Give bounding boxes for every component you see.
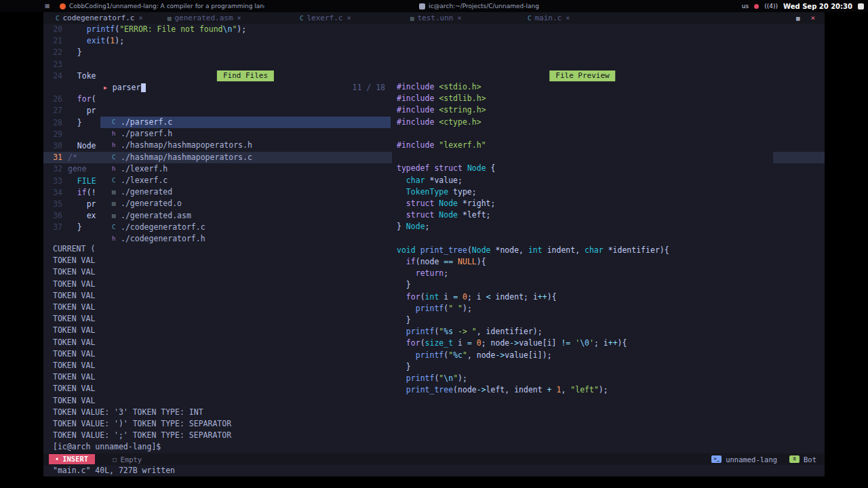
finder-search-input[interactable]: ▶ parser 11 / 18 <box>100 82 391 94</box>
file-preview-pane: File Preview #include <stdio.h>#include … <box>392 70 773 401</box>
token: for <box>406 292 420 302</box>
token: indent, <box>542 245 585 255</box>
token: 0 <box>477 338 481 348</box>
terminal-line: TOKEN VAL <box>53 313 95 325</box>
token: struct <box>406 210 435 220</box>
token: } <box>397 315 411 325</box>
tab-close-icon[interactable]: × <box>237 14 241 22</box>
finder-result-item[interactable]: C./codegeneratorf.c <box>100 222 391 233</box>
code-text: } <box>68 117 82 129</box>
line-number: 26 <box>43 94 62 105</box>
tab-close-icon[interactable]: × <box>457 14 461 22</box>
token: %s <box>443 327 453 336</box>
terminal-line: TOKEN VAL <box>53 302 95 313</box>
preview-code-line: printf("%s -> ", identifier); <box>397 326 542 338</box>
token: ; i <box>467 292 486 302</box>
finder-result-item[interactable]: ▤./generated.o <box>100 198 391 209</box>
token <box>397 268 416 278</box>
token: struct <box>406 199 435 208</box>
finder-result-name: ./parserf.h <box>121 128 172 140</box>
token: *value; <box>425 176 462 185</box>
bot-chip-icon: ≡ <box>789 455 800 463</box>
token: } <box>68 47 82 57</box>
token: <string.h> <box>439 105 486 115</box>
token: ++ <box>608 338 618 348</box>
grid-icon[interactable]: ▦ <box>796 15 800 22</box>
terminal-line: TOKEN VALUE: '3' TOKEN TYPE: INT <box>53 407 203 418</box>
finder-result-item[interactable]: C./hashmap/hashmapoperators.c <box>100 152 391 163</box>
finder-result-item[interactable]: h./hashmap/hashmapoperators.h <box>100 140 391 151</box>
statusline-right: >_ unnamed-lang ≡ Bot <box>711 455 816 464</box>
taskbar-window-button[interactable]: CobbCoding1/unnamed-lang: A compiler for… <box>60 0 264 12</box>
prompt-icon: ▶ <box>104 82 107 94</box>
line-number: 28 <box>43 117 62 129</box>
code-text: for( <box>68 94 96 105</box>
token: "left" <box>570 385 599 394</box>
window-controls: ▦ × <box>796 12 815 24</box>
shell-prompt: [ic@arch unnamed-lang]$ <box>53 441 161 453</box>
token: if <box>406 257 416 266</box>
token: ' <box>589 338 594 348</box>
token: for <box>77 94 92 104</box>
token: \n <box>443 373 453 383</box>
line-number: 31 <box>43 152 62 163</box>
token: ; <box>425 222 430 231</box>
preview-code-line: #include <string.h> <box>397 104 486 116</box>
terminal-window: Ccodegeneratorf.c×▤generated.asm×Clexerf… <box>43 12 825 476</box>
terminal-line: TOKEN VAL <box>53 360 95 371</box>
tab-codegeneratorf.c[interactable]: Ccodegeneratorf.c× <box>56 12 142 24</box>
finder-result-item[interactable]: h./parserf.h <box>100 128 391 140</box>
token: , identifier); <box>477 327 542 336</box>
token: } <box>397 362 411 371</box>
tab-main.c[interactable]: Cmain.c× <box>528 12 570 24</box>
finder-result-item[interactable]: C./parserf.c <box>100 117 391 128</box>
token: pr <box>68 106 96 115</box>
preview-code-line: struct Node *left; <box>397 209 491 221</box>
token <box>68 36 87 45</box>
token <box>397 350 416 360</box>
code-text: pr <box>68 199 96 210</box>
mode-label: INSERT <box>62 454 88 464</box>
token <box>68 94 77 104</box>
token: for <box>406 338 420 348</box>
finder-result-name: ./hashmap/hashmapoperators.h <box>121 140 252 151</box>
tab-lexerf.c[interactable]: Clexerf.c× <box>300 12 351 24</box>
taskbar-window-button[interactable]: ic@arch:~/Projects/C/unnamed-lang <box>419 0 539 12</box>
code-text: Node <box>68 140 96 152</box>
line-number: 35 <box>43 199 62 210</box>
token: \0 <box>580 338 589 348</box>
keyboard-layout: us <box>742 3 749 9</box>
token: -> <box>509 338 519 348</box>
tab-test.unn[interactable]: ▤test.unn× <box>410 12 461 24</box>
finder-result-item[interactable]: h./codegeneratorf.h <box>100 233 391 245</box>
editor-area[interactable]: 20 printf("ERROR: File not found\n");21 … <box>43 24 825 453</box>
finder-result-item[interactable]: C./lexerf.c <box>100 175 391 186</box>
token: printf <box>87 24 115 34</box>
finder-result-item[interactable]: h./lexerf.h <box>100 163 391 175</box>
token: print_tree <box>406 385 453 394</box>
token: Node <box>406 222 425 231</box>
tray-app-icon[interactable] <box>858 3 864 9</box>
tab-generated.asm[interactable]: ▤generated.asm× <box>167 12 241 24</box>
close-icon[interactable]: × <box>810 14 815 22</box>
tab-close-icon[interactable]: × <box>566 14 570 22</box>
workspace-icon[interactable]: ▦ <box>45 3 50 9</box>
preview-code-line: return; <box>397 268 448 279</box>
message-line: "main.c" 40L, 727B written <box>43 465 825 476</box>
token: i <box>453 338 467 348</box>
token: == <box>443 257 453 266</box>
finder-result-item[interactable]: ▤./generated.asm <box>100 210 391 222</box>
finder-result-item[interactable]: ▤./generated <box>100 186 391 198</box>
token: NULL <box>458 257 477 266</box>
preview-code-line: } Node; <box>397 221 430 232</box>
tab-close-icon[interactable]: × <box>138 14 142 22</box>
token: type; <box>448 187 477 197</box>
tab-close-icon[interactable]: × <box>347 14 351 22</box>
token: ); <box>115 36 124 45</box>
finder-result-name: ./generated.o <box>121 198 182 209</box>
token: ; i <box>594 338 608 348</box>
terminal-line: TOKEN VALUE: ';' TOKEN TYPE: SEPARATOR <box>53 430 231 441</box>
code-text: FILE <box>68 176 96 187</box>
finder-result-name: ./codegeneratorf.h <box>121 233 205 245</box>
asm-file-icon: ▤ <box>112 210 118 222</box>
